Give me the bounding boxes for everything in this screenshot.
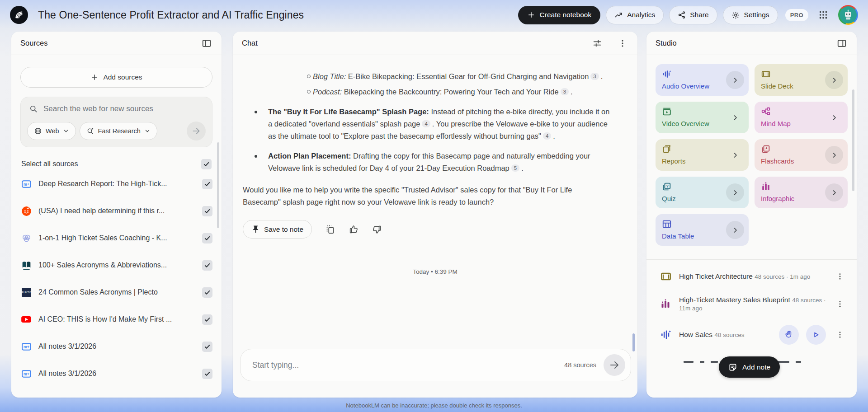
studio-tile-flashcards[interactable]: Flashcards	[755, 139, 848, 171]
item-meta: 48 sources	[715, 332, 745, 338]
studio-tile-audio-overview[interactable]: Audio Overview	[656, 64, 749, 96]
chevron-right-icon[interactable]	[726, 108, 744, 126]
slide-deck-icon	[660, 271, 672, 282]
send-message-button[interactable]	[604, 354, 625, 376]
item-title: High-Ticket Mastery Sales Blueprint	[679, 296, 790, 304]
select-all-sources-label: Select all sources	[21, 160, 78, 168]
thumbs-down-icon[interactable]	[372, 224, 382, 235]
source-checkbox[interactable]	[202, 342, 212, 352]
source-checkbox[interactable]	[202, 206, 212, 216]
source-row[interactable]: m+ Deep Research Report: The High-Tick..…	[20, 173, 212, 195]
notebooklm-logo-icon[interactable]	[10, 6, 28, 24]
source-checkbox[interactable]	[202, 260, 212, 271]
chat-scrollbar[interactable]	[632, 333, 635, 351]
studio-tile-infographic[interactable]: Infographic	[755, 177, 848, 208]
source-row[interactable]: m+ All notes 3/1/2026	[20, 362, 212, 385]
add-note-button[interactable]: Add note	[719, 356, 780, 378]
studio-tile-slide-deck[interactable]: Slide Deck	[755, 64, 848, 96]
list-item[interactable]: High Ticket Architecture 48 sources · 1m…	[656, 263, 848, 290]
source-checkbox[interactable]	[202, 287, 212, 298]
chat-input[interactable]	[252, 360, 564, 370]
audio-overview-icon	[660, 329, 672, 341]
chevron-down-icon	[63, 128, 69, 134]
chevron-right-icon[interactable]	[726, 146, 744, 164]
pro-badge: PRO	[785, 9, 808, 21]
chevron-right-icon[interactable]	[726, 221, 744, 239]
gear-icon	[731, 11, 740, 19]
chat-panel: Chat Blog Title: E-Bike Bikepacking: Ess…	[233, 32, 637, 398]
citation-chip[interactable]: 3	[561, 88, 569, 95]
citation-chip[interactable]: 4	[543, 132, 551, 140]
source-search-input[interactable]	[43, 104, 204, 113]
source-row[interactable]: 100+ Sales Acronyms & Abbreviations...	[20, 254, 212, 276]
source-row[interactable]: AI CEO: THIS is How I'd Make My First ..…	[20, 308, 212, 331]
studio-tile-video-overview[interactable]: Video Overview	[656, 102, 749, 133]
source-row[interactable]: m+ All notes 3/1/2026	[20, 335, 212, 358]
citation-chip[interactable]: 5	[511, 164, 519, 172]
item-more-menu-icon[interactable]	[833, 328, 847, 342]
list-item[interactable]: High-Ticket Mastery Sales Blueprint 48 s…	[656, 290, 848, 318]
chat-settings-icon[interactable]	[591, 37, 603, 49]
studio-tile-reports[interactable]: Reports	[656, 139, 749, 171]
google-apps-grid-icon[interactable]	[814, 5, 833, 24]
citation-chip[interactable]: 3	[590, 73, 599, 80]
thumbs-up-icon[interactable]	[348, 224, 359, 235]
studio-scrollbar[interactable]	[852, 89, 854, 191]
list-item: Podcast: Bikepacking the Backcountry: Po…	[243, 86, 611, 98]
copy-icon[interactable]	[325, 224, 335, 235]
search-submit-button[interactable]	[187, 122, 206, 140]
list-item: Action Plan Placement: Drafting the copy…	[243, 150, 611, 174]
sources-scrollbar[interactable]	[217, 142, 219, 228]
notebook-title[interactable]: The One-Sentence Profit Extractor and AI…	[38, 9, 518, 21]
svg-text:?: ?	[666, 184, 669, 188]
source-row[interactable]: 1-on-1 High Ticket Sales Coaching - K...	[20, 227, 212, 249]
collapse-sources-panel-icon[interactable]	[201, 37, 212, 49]
studio-tile-quiz[interactable]: ? Quiz	[656, 177, 749, 208]
studio-generated-list: High Ticket Architecture 48 sources · 1m…	[656, 263, 848, 363]
svg-text:m+: m+	[23, 182, 29, 187]
share-button[interactable]: Share	[669, 6, 717, 24]
source-title: All notes 3/1/2026	[38, 342, 196, 351]
select-all-checkbox[interactable]	[201, 159, 212, 169]
source-checkbox[interactable]	[202, 179, 212, 189]
analytics-button[interactable]: Analytics	[606, 6, 664, 24]
collapse-studio-panel-icon[interactable]	[836, 37, 848, 49]
chevron-right-icon[interactable]	[726, 183, 744, 201]
chevron-right-icon[interactable]	[726, 71, 744, 89]
source-title: 24 Common Sales Acronyms | Plecto	[38, 288, 196, 296]
settings-button[interactable]: Settings	[723, 6, 778, 24]
source-row[interactable]: PLECTO 24 Common Sales Acronyms | Plecto	[20, 281, 212, 304]
globe-icon	[34, 127, 42, 135]
item-more-menu-icon[interactable]	[833, 297, 847, 311]
chevron-right-icon[interactable]	[825, 183, 843, 201]
trending-up-icon	[614, 11, 623, 19]
add-sources-button[interactable]: Add sources	[20, 67, 212, 88]
source-row[interactable]: (USA) I need help determining if this r.…	[20, 200, 212, 222]
studio-panel: Studio Audio Overview Slide Deck Video O…	[646, 32, 857, 398]
chevron-right-icon[interactable]	[825, 146, 843, 164]
studio-tile-mind-map[interactable]: Mind Map	[755, 102, 848, 133]
source-checkbox[interactable]	[202, 369, 212, 379]
play-audio-button[interactable]	[806, 325, 826, 345]
chevron-right-icon[interactable]	[825, 71, 843, 89]
save-to-note-button[interactable]: Save to note	[243, 220, 312, 239]
chevron-right-icon[interactable]	[825, 108, 843, 126]
source-checkbox[interactable]	[202, 233, 212, 243]
source-checkbox[interactable]	[202, 314, 212, 325]
list-item[interactable]: How Sales 48 sources	[656, 318, 848, 351]
source-title: AI CEO: THIS is How I'd Make My First ..…	[38, 315, 196, 323]
share-icon	[678, 11, 686, 19]
chat-more-menu-icon[interactable]	[617, 37, 628, 49]
plecto-favicon-icon: PLECTO	[20, 286, 32, 298]
interactive-mode-button[interactable]	[779, 325, 799, 345]
create-notebook-button[interactable]: Create notebook	[518, 6, 601, 24]
web-filter-dropdown[interactable]: Web	[27, 122, 76, 140]
citation-chip[interactable]: 4	[422, 120, 430, 127]
research-mode-dropdown[interactable]: Fast Research	[80, 122, 157, 140]
sparkle-search-icon	[86, 127, 94, 135]
studio-tile-data-table[interactable]: Data Table	[656, 214, 749, 246]
item-more-menu-icon[interactable]	[833, 270, 847, 283]
search-icon	[29, 104, 38, 113]
item-meta: 48 sources · 1m ago	[755, 273, 810, 280]
user-avatar[interactable]	[838, 5, 858, 25]
